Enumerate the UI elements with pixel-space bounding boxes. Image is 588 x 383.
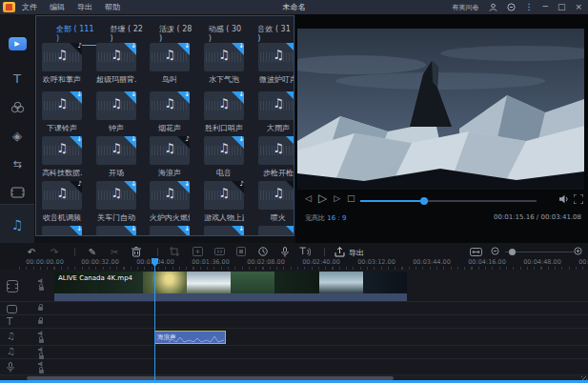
preview-panel: ◁ ▷ ▷ □ 宽高比 16 : 9 00:01:15.16 / 00:03:4… <box>295 14 588 243</box>
music-item[interactable]: ♫♪ 欢呼和掌声 <box>42 43 82 85</box>
scrollbar-thumb[interactable] <box>27 376 394 380</box>
maximize-button[interactable]: □ <box>558 0 566 14</box>
menu-export[interactable]: 导出 <box>77 2 92 12</box>
music-item[interactable]: ♫↓ 胜利口哨声 <box>204 91 244 133</box>
music-item[interactable]: ♫↓ 烟花声 <box>150 91 190 133</box>
seek-handle[interactable] <box>420 197 428 205</box>
sidebar-item-media[interactable]: ▶ <box>0 30 34 58</box>
redo-button[interactable]: ↷ <box>48 245 61 258</box>
duration-button[interactable] <box>256 245 270 258</box>
music-item[interactable]: ↓ <box>204 226 244 236</box>
split-button[interactable]: ✂ <box>108 245 121 258</box>
titlebar: 文件 编辑 导出 帮助 未命名 有奖问卷 ⋮ ─ □ × <box>0 0 588 14</box>
track-controls <box>38 331 44 343</box>
aspect-ratio-value: 16 : 9 <box>327 214 346 222</box>
transition-icon: ⇆ <box>12 158 21 171</box>
music-item[interactable]: ♫↓ 鸟叫 <box>150 43 190 85</box>
audio-clip[interactable]: 海浪声 <box>154 331 226 344</box>
lock-icon[interactable] <box>39 287 44 291</box>
sidebar-item-elements[interactable] <box>0 178 34 207</box>
film-frame-icon <box>10 187 25 198</box>
text-to-speech-button[interactable] <box>298 245 312 258</box>
close-button[interactable]: × <box>575 0 582 14</box>
timeline-zoom-handle[interactable] <box>509 249 516 255</box>
media-icon: ▶ <box>9 37 27 50</box>
sidebar-item-filters[interactable] <box>0 92 34 121</box>
previous-frame-button[interactable]: ◁ <box>305 192 312 204</box>
aspect-ratio[interactable]: 宽高比 16 : 9 <box>305 213 346 223</box>
music-item[interactable]: ♫↓ 大雨声 <box>258 91 294 133</box>
music-item[interactable]: ♫↓ 电音 <box>204 136 244 178</box>
sidebar-item-overlays[interactable]: ◈ <box>0 121 34 150</box>
playhead[interactable] <box>154 258 155 380</box>
sound-effect-track[interactable]: ♫ <box>0 346 588 359</box>
music-item[interactable]: ♫♪ 喷火 <box>258 181 294 223</box>
music-item[interactable]: ♫↓ 步枪开枪 <box>258 136 294 178</box>
export-button[interactable]: 导出 <box>349 248 364 258</box>
minimize-button[interactable]: ─ <box>543 0 548 14</box>
play-button[interactable]: ▷ <box>318 192 327 204</box>
zoom-out-button[interactable] <box>489 245 502 258</box>
music-item[interactable]: ♫↓ 火炉内火燃烧 <box>150 181 190 223</box>
pip-track[interactable] <box>0 302 588 315</box>
seek-bar[interactable] <box>360 200 537 202</box>
survey-link[interactable]: 有奖问卷 <box>453 3 479 12</box>
music-item[interactable]: ♫↓ 微波炉叮声 <box>258 43 294 85</box>
text-track[interactable]: T <box>0 315 588 329</box>
menu-help[interactable]: 帮助 <box>105 2 120 12</box>
sidebar-item-text[interactable]: T <box>0 64 34 92</box>
lock-icon[interactable] <box>38 320 43 324</box>
next-frame-button[interactable]: ▷ <box>334 192 340 204</box>
more-menu-icon[interactable]: ⋮ <box>525 0 534 14</box>
voiceover-button[interactable] <box>278 245 292 258</box>
music-item[interactable]: ♫♪ 收音机调频 <box>42 181 82 223</box>
music-item[interactable]: ♫↓ 关车门自动 <box>96 181 136 223</box>
menu-file[interactable]: 文件 <box>22 2 37 12</box>
timeline-panel: ↶ ↷ ✎ ✂ 导出 <box>0 243 588 383</box>
undo-button[interactable]: ↶ <box>25 245 38 258</box>
crop-button[interactable] <box>168 245 181 258</box>
lock-icon[interactable] <box>38 307 43 311</box>
music-item[interactable]: ↓ <box>96 226 136 236</box>
fit-timeline-button[interactable] <box>469 245 482 258</box>
transport-controls: ◁ ▷ ▷ □ <box>305 192 355 204</box>
track-controls <box>38 306 43 311</box>
lock-icon[interactable] <box>39 339 44 343</box>
fullscreen-icon[interactable] <box>574 194 583 204</box>
speed-button[interactable] <box>213 245 226 258</box>
music-track[interactable]: ♫ <box>0 329 588 346</box>
music-item[interactable]: ♫↓ 超级玛丽背... <box>96 43 136 85</box>
sidebar-item-music[interactable]: ♫ <box>0 204 34 244</box>
sound-track-icon: ♫ <box>7 346 15 356</box>
feedback-icon[interactable] <box>507 3 516 11</box>
window-title: 未命名 <box>283 2 306 12</box>
music-item[interactable]: ♫↓ 下课铃声 <box>42 91 82 133</box>
music-item[interactable]: ↓ <box>42 226 82 236</box>
zoom-region-button[interactable] <box>191 245 204 258</box>
stop-button[interactable]: □ <box>347 192 355 204</box>
delete-button[interactable] <box>130 245 143 258</box>
edit-button[interactable]: ✎ <box>86 245 99 258</box>
timecode: 00:01:15.16 / 00:03:41.08 <box>494 213 581 221</box>
music-item[interactable]: ♫♪ 海浪声 <box>150 136 190 178</box>
video-preview <box>297 29 584 190</box>
music-item[interactable]: ♫♪ 游戏人物上跳 <box>204 181 244 223</box>
toolbar-divider <box>324 248 325 256</box>
volume-icon[interactable] <box>559 194 569 204</box>
music-item[interactable]: ♫↓ 水下气泡 <box>204 43 244 85</box>
user-account-icon[interactable] <box>489 3 497 11</box>
music-item[interactable]: ♫↓ 开场 <box>96 136 136 178</box>
music-item[interactable]: ♫↓ 高科技数据... <box>42 136 82 178</box>
export-icon[interactable] <box>333 245 346 258</box>
music-item[interactable]: ↓ <box>150 226 190 236</box>
freeze-frame-button[interactable] <box>234 245 248 258</box>
lock-icon[interactable] <box>39 370 44 373</box>
sidebar-item-transitions[interactable]: ⇆ <box>0 150 34 178</box>
zoom-in-button[interactable] <box>572 245 585 258</box>
music-item[interactable]: ♫↓ 钟声 <box>96 91 136 133</box>
music-item[interactable]: ↓ <box>258 226 294 236</box>
voiceover-track[interactable] <box>0 359 588 375</box>
video-clip-audio-bar[interactable] <box>54 293 407 301</box>
voiceover-track-icon <box>7 362 14 373</box>
menu-edit[interactable]: 编辑 <box>50 2 65 12</box>
